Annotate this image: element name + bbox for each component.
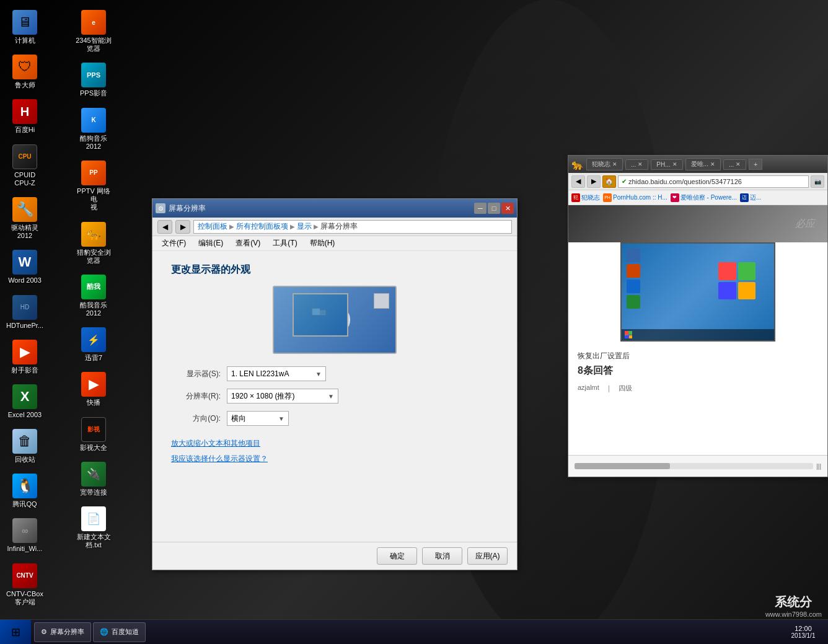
desktop-icon-broadband[interactable]: 🔌 宽带连接 [72, 458, 115, 500]
browser-screenshot-button[interactable]: 📷 [811, 175, 824, 188]
monitor-dropdown[interactable]: 1. LEN LI2231wA ▼ [227, 366, 326, 381]
desktop-icon-qudong[interactable]: 🔧 驱动精灵2012 [3, 193, 46, 244]
breadcrumb-sep-0: ▶ [229, 223, 234, 230]
mini-windows-desktop [622, 244, 774, 340]
link-display-settings[interactable]: 我应该选择什么显示器设置？ [171, 454, 498, 464]
breadcrumb-sep-2: ▶ [314, 223, 319, 230]
browser-tab-4[interactable]: ... ✕ [723, 159, 746, 170]
desktop-icon-qq[interactable]: 🐧 腾讯QQ [3, 470, 46, 512]
desktop-icon-kuwo[interactable]: K 酷狗音乐2012 [72, 104, 115, 154]
orientation-dropdown[interactable]: 横向 ▼ [227, 411, 289, 426]
browser-tab-3-close[interactable]: ✕ [710, 161, 715, 167]
resolution-value: 1920 × 1080 (推荐) [231, 391, 294, 402]
desktop-icon-ludashi[interactable]: 🛡 鲁大师 [3, 51, 46, 93]
desktop-icon-kuai[interactable]: ▶ 快播 [72, 368, 115, 410]
new-tab-button[interactable]: + [749, 159, 762, 170]
browser-tab-0-close[interactable]: ✕ [612, 161, 617, 167]
browser-tab-1[interactable]: ... ✕ [625, 159, 648, 170]
close-button[interactable]: ✕ [501, 203, 514, 214]
kuai-icon: ▶ [81, 372, 106, 397]
breadcrumb-item-3: 屏幕分辨率 [320, 221, 358, 232]
browser-tab-4-close[interactable]: ✕ [736, 161, 741, 167]
browser-forward-button[interactable]: ▶ [587, 175, 601, 188]
desktop-icon-recycle[interactable]: 🗑 回收站 [3, 425, 46, 467]
desktop-icon-browser2345[interactable]: e 2345智能浏览器 [72, 6, 115, 56]
taskbar-item-cp-icon: ⚙ [41, 628, 47, 636]
orientation-dropdown-arrow: ▼ [278, 415, 284, 422]
desktop-icon-yingshi[interactable]: 影视 影视大全 [72, 413, 115, 456]
desktop-icon-pps[interactable]: PPS PPS影音 [72, 59, 115, 101]
browser-tab-1-close[interactable]: ✕ [638, 161, 643, 167]
browser-answer-count: 8条回答 [568, 364, 827, 377]
desktop-icon-computer[interactable]: 🖥 计算机 [3, 6, 46, 48]
browser2345-icon-label: 2345智能浏览器 [76, 37, 111, 53]
browser-back-button[interactable]: ◀ [571, 175, 585, 188]
browser-tab-2-close[interactable]: ✕ [672, 161, 677, 167]
maximize-button[interactable]: □ [488, 203, 500, 214]
browser-address-text: zhidao.baidu.com/question/53477126 [628, 178, 742, 185]
breadcrumb-item-2[interactable]: 显示 [297, 221, 312, 232]
menu-file[interactable]: 文件(F) [156, 237, 192, 250]
menu-edit[interactable]: 编辑(E) [192, 237, 229, 250]
bookmark-1-icon: PH [603, 193, 612, 202]
resolution-dropdown[interactable]: 1920 × 1080 (推荐) ▼ [227, 389, 338, 404]
desktop-icon-iqiyi[interactable]: 酷我 酷我音乐2012 [72, 271, 115, 321]
browser-tab-0[interactable]: 犯晓志 ✕ [586, 158, 623, 170]
browser-tab-3[interactable]: 爱唯... ✕ [685, 158, 721, 170]
cpuz-icon: CPU [12, 144, 37, 169]
cp-nav: ◀ ▶ 控制面板 ▶ 所有控制面板项 ▶ 显示 ▶ 屏幕分辨率 [152, 218, 517, 236]
browser-home-button[interactable]: 🏠 [602, 175, 616, 188]
bookmark-3-label: 迈... [750, 193, 761, 202]
menu-view[interactable]: 查看(V) [229, 237, 266, 250]
desktop-icon-shotplayer[interactable]: ▶ 射手影音 [3, 336, 46, 378]
ok-button[interactable]: 确定 [377, 547, 417, 565]
desktop-icon-baiduhi[interactable]: H 百度Hi [3, 95, 46, 138]
pps-icon-label: PPS影音 [80, 89, 107, 97]
restore-text: 恢复出厂设置后 [568, 348, 827, 364]
cp-links: 放大或缩小文本和其他项目 我应该选择什么显示器设置？ [171, 438, 498, 464]
browser-hero-image: 必应 [568, 205, 827, 242]
iqiyi-icon: 酷我 [81, 275, 106, 299]
menu-tools[interactable]: 工具(T) [266, 237, 303, 250]
resolution-label: 分辨率(R): [171, 391, 221, 402]
nav-back-button[interactable]: ◀ [157, 220, 172, 234]
hdtune-icon-label: HDTunePr... [6, 322, 43, 330]
cancel-button[interactable]: 取消 [422, 547, 462, 565]
monitor-value: 1. LEN LI2231wA [231, 369, 289, 378]
desktop-icon-excel[interactable]: X Excel 2003 [3, 381, 46, 423]
taskbar-apps: ⚙ 屏幕分辨率 🌐 百度知道 [31, 622, 778, 642]
taskbar-item-browser[interactable]: 🌐 百度知道 [93, 622, 146, 642]
desktop-icon-hdtune[interactable]: HD HDTunePr... [3, 291, 46, 333]
bookmark-2[interactable]: ❤ 爱唯侦察 - Powere... [671, 193, 737, 202]
minimize-button[interactable]: ─ [474, 203, 487, 214]
taskbar-item-browser-icon: 🌐 [100, 628, 108, 636]
desktop-icon-xunlei[interactable]: ⚡ 迅雷7 [72, 324, 115, 366]
menu-help[interactable]: 帮助(H) [304, 237, 341, 250]
taskbar-item-controlpanel[interactable]: ⚙ 屏幕分辨率 [34, 622, 91, 642]
desktop-icon-pptv[interactable]: PP PPTV 网络电视 [72, 157, 115, 216]
broadband-icon: 🔌 [81, 462, 106, 487]
bookmark-3[interactable]: 迈 迈... [740, 193, 761, 202]
browser-user-info: azjalmt ｜ 四级 [568, 381, 827, 396]
infiniti-icon-label: Infiniti_Wi... [7, 545, 43, 553]
breadcrumb-item-1[interactable]: 所有控制面板项 [236, 221, 288, 232]
desktop-icon-cpuz[interactable]: CPU CPUIDCPU-Z [3, 141, 46, 191]
desktop-icon-cntv[interactable]: CNTV CNTV-CBox客户端 [3, 560, 46, 610]
qq-icon-label: 腾讯QQ [12, 500, 37, 508]
browser-address-bar[interactable]: ✔ zhidao.baidu.com/question/53477126 [618, 175, 809, 188]
bookmark-0[interactable]: 犯 犯晓志 [571, 193, 600, 202]
horizontal-scrollbar[interactable] [575, 463, 813, 469]
apply-button[interactable]: 应用(A) [467, 547, 508, 565]
link-enlarge-text[interactable]: 放大或缩小文本和其他项目 [171, 438, 498, 449]
breadcrumb-item-0[interactable]: 控制面板 [198, 221, 227, 232]
nav-forward-button[interactable]: ▶ [175, 220, 190, 234]
bookmark-2-label: 爱唯侦察 - Powere... [680, 193, 737, 202]
desktop-icon-infiniti[interactable]: ∞ Infiniti_Wi... [3, 514, 46, 557]
desktop-icon-word[interactable]: W Word 2003 [3, 246, 46, 288]
desktop-icon-newtext[interactable]: 📄 新建文本文档.txt [72, 503, 115, 553]
browser-tab-2[interactable]: PH... ✕ [651, 159, 682, 170]
kuai-icon-label: 快播 [87, 399, 100, 407]
desktop-icon-leopard[interactable]: 🐆 猎豹安全浏览器 [72, 218, 115, 268]
start-button[interactable]: ⊞ [0, 620, 31, 644]
bookmark-1[interactable]: PH PornHub.com :: H... [603, 193, 667, 202]
